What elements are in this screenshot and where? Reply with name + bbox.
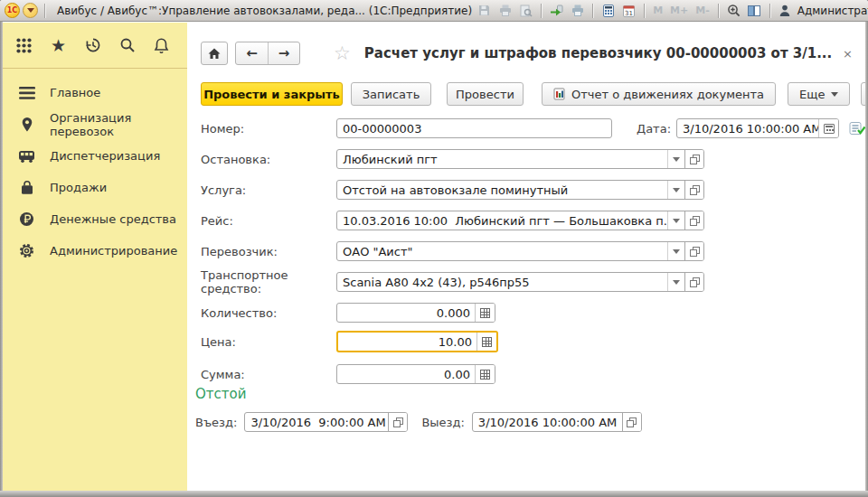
post-button[interactable]: Провести bbox=[447, 82, 524, 106]
sidebar: ★ Главное Организация пере bbox=[3, 23, 187, 491]
dropdown-arrow-button[interactable] bbox=[667, 150, 684, 168]
open-button[interactable] bbox=[622, 413, 641, 431]
dropdown-arrow-button[interactable] bbox=[667, 273, 684, 291]
write-button[interactable]: Записать bbox=[351, 82, 431, 106]
notifications-bell-icon[interactable] bbox=[152, 36, 171, 55]
search-icon[interactable] bbox=[118, 36, 137, 55]
carrier-value: ОАО "Аист" bbox=[337, 242, 667, 260]
open-button[interactable] bbox=[684, 242, 703, 260]
sidebar-item-administration[interactable]: Администрирование bbox=[3, 235, 187, 267]
service-value: Отстой на автовокзале поминутный bbox=[337, 181, 667, 199]
1c-logo-icon: 1С bbox=[5, 3, 20, 18]
carrier-label: Перевозчик: bbox=[201, 245, 336, 258]
sidebar-item-dispatching[interactable]: Диспетчеризация bbox=[3, 140, 187, 172]
more-button[interactable]: Еще bbox=[788, 82, 850, 106]
date-input[interactable]: 3/10/2016 10:00:00 AM bbox=[676, 118, 839, 138]
memory-m-minus-button[interactable]: M- bbox=[693, 5, 712, 16]
sidebar-menu: Главное Организация перевозок Диспетчери… bbox=[3, 69, 187, 267]
zoom-icon[interactable] bbox=[724, 2, 743, 19]
sidebar-item-sales[interactable]: Продажи bbox=[3, 172, 187, 203]
stop-value: Любинский пгт bbox=[337, 150, 667, 168]
field-row-quantity: Количество: 0.000 bbox=[201, 303, 495, 323]
svg-text:31: 31 bbox=[625, 9, 633, 16]
split-window-icon[interactable] bbox=[745, 2, 764, 19]
sections-grid-icon[interactable] bbox=[14, 36, 33, 55]
dropdown-arrow-button[interactable] bbox=[667, 242, 684, 260]
open-button[interactable] bbox=[388, 413, 407, 431]
divider bbox=[718, 4, 719, 18]
memory-m-plus-button[interactable]: M+ bbox=[667, 5, 691, 16]
back-button[interactable]: ← bbox=[236, 42, 268, 64]
price-input[interactable]: 10.00 bbox=[336, 331, 498, 352]
calendar-icon bbox=[824, 124, 835, 134]
section-title-parking: Отстой bbox=[195, 386, 246, 402]
vehicle-input[interactable]: Scania A80 4x2 (43), р546пр55 bbox=[336, 272, 704, 292]
movements-report-button[interactable]: Отчет о движениях документа bbox=[542, 82, 776, 106]
sum-input[interactable]: 0.00 bbox=[336, 364, 495, 384]
calculator-button[interactable] bbox=[476, 333, 496, 351]
dropdown-arrow-button[interactable] bbox=[667, 181, 684, 199]
exit-time-input[interactable]: 3/10/2016 10:00:00 AM bbox=[472, 412, 642, 432]
open-button[interactable] bbox=[684, 211, 703, 230]
entry-time-value: 3/10/2016 9:00:00 AM bbox=[245, 413, 388, 431]
open-button[interactable] bbox=[684, 273, 703, 291]
sidebar-item-main[interactable]: Главное bbox=[3, 77, 187, 108]
open-button[interactable] bbox=[684, 150, 703, 168]
calculator-icon bbox=[480, 308, 490, 318]
open-button[interactable] bbox=[684, 181, 703, 199]
sum-label: Сумма: bbox=[201, 368, 336, 381]
service-input[interactable]: Отстой на автовокзале поминутный bbox=[336, 180, 704, 200]
page-title: Расчет услуг и штрафов перевозчику 00-00… bbox=[364, 45, 832, 61]
goto-link-icon[interactable] bbox=[547, 2, 566, 19]
calculator-icon[interactable] bbox=[599, 2, 618, 19]
field-row-stop: Остановка: Любинский пгт bbox=[201, 149, 704, 169]
home-button[interactable] bbox=[201, 42, 228, 65]
field-row-service: Услуга: Отстой на автовокзале поминутный bbox=[201, 180, 704, 200]
field-row-carrier: Перевозчик: ОАО "Аист" bbox=[201, 241, 704, 261]
ruble-icon bbox=[18, 211, 35, 227]
memory-m-button[interactable]: M bbox=[650, 5, 665, 16]
carrier-input[interactable]: ОАО "Аист" bbox=[336, 241, 704, 261]
date-picker-button[interactable] bbox=[818, 119, 838, 137]
sum-value: 0.00 bbox=[337, 365, 475, 383]
stop-input[interactable]: Любинский пгт bbox=[336, 149, 704, 169]
window-border-bottom bbox=[0, 491, 868, 497]
price-label: Цена: bbox=[201, 335, 336, 349]
calendar-icon[interactable]: 31 bbox=[619, 2, 638, 19]
favorite-toggle-star-icon[interactable]: ☆ bbox=[334, 44, 351, 63]
open-icon bbox=[690, 216, 700, 226]
stop-label: Остановка: bbox=[201, 153, 336, 166]
sidebar-item-cash[interactable]: Денежные средства bbox=[3, 203, 187, 235]
favorites-star-icon[interactable]: ★ bbox=[49, 36, 68, 55]
field-row-parking-times: Въезд: 3/10/2016 9:00:00 AM Выезд: 3/10/… bbox=[195, 412, 642, 432]
form-toolbar: Провести и закрыть Записать Провести Отч… bbox=[201, 82, 868, 106]
posted-mark-icon bbox=[849, 121, 866, 136]
quantity-input[interactable]: 0.000 bbox=[336, 303, 495, 323]
number-input[interactable]: 00-00000003 bbox=[336, 118, 612, 138]
close-form-button[interactable]: × bbox=[841, 47, 854, 61]
print-icon[interactable] bbox=[495, 2, 514, 19]
print-document-icon[interactable] bbox=[568, 2, 587, 19]
sidebar-item-transport-organization[interactable]: Организация перевозок bbox=[3, 108, 187, 140]
trip-label: Рейс: bbox=[201, 214, 336, 228]
dropdown-arrow-button[interactable] bbox=[667, 211, 684, 230]
calculator-button[interactable] bbox=[475, 304, 495, 322]
post-and-close-button[interactable]: Провести и закрыть bbox=[201, 82, 343, 106]
forward-button[interactable]: → bbox=[268, 42, 299, 64]
entry-time-input[interactable]: 3/10/2016 9:00:00 AM bbox=[244, 412, 408, 432]
main-menu-dropdown-button[interactable] bbox=[23, 3, 38, 18]
bus-icon bbox=[18, 149, 35, 164]
sidebar-item-label: Администрирование bbox=[50, 244, 177, 258]
save-icon[interactable] bbox=[475, 2, 494, 19]
print-preview-icon[interactable] bbox=[516, 2, 535, 19]
divider bbox=[541, 4, 542, 18]
current-user-label[interactable]: Администратор bbox=[797, 5, 868, 17]
open-icon bbox=[393, 417, 403, 427]
more-label: Еще bbox=[799, 88, 825, 101]
open-icon bbox=[627, 417, 637, 427]
history-icon[interactable] bbox=[83, 36, 102, 55]
vehicle-value: Scania A80 4x2 (43), р546пр55 bbox=[337, 273, 667, 291]
quantity-label: Количество: bbox=[201, 306, 336, 320]
trip-input[interactable]: 10.03.2016 10:00 Любинский пгт — Большак… bbox=[336, 211, 704, 230]
calculator-button[interactable] bbox=[475, 365, 495, 383]
